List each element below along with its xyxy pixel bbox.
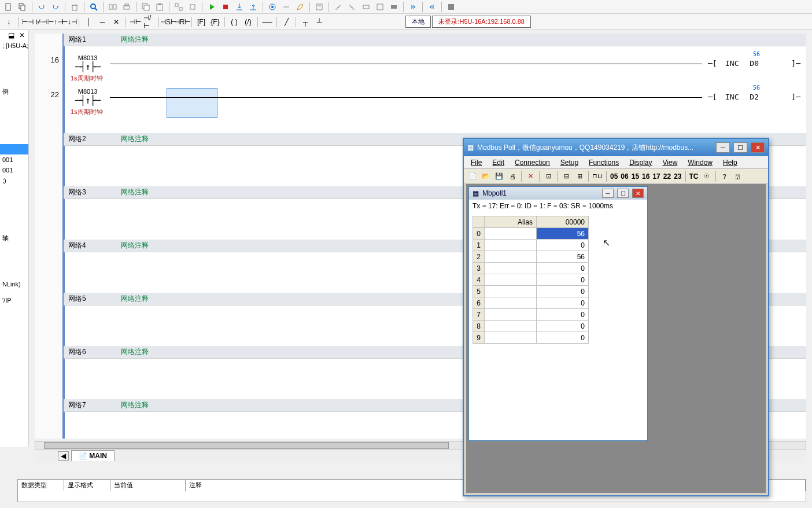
project-tree-item[interactable]: '/IP [0, 295, 28, 305]
search-icon[interactable] [87, 1, 100, 13]
paste-icon[interactable] [153, 1, 166, 13]
stop-icon[interactable] [219, 1, 232, 13]
grid-row[interactable]: 60 [473, 297, 589, 309]
tc-button[interactable]: TC [688, 172, 700, 181]
mbpoll-data-grid[interactable]: Alias 00000 0561025630405060708090 [473, 216, 589, 344]
fcode-button[interactable]: 17 [651, 172, 661, 181]
menu-connection[interactable]: Connection [510, 157, 555, 168]
func-icon[interactable]: [F] [195, 16, 208, 28]
tbranch-icon[interactable]: ┬ [299, 16, 312, 28]
minimize-button[interactable]: ─ [716, 142, 730, 153]
hline-icon[interactable]: ── [261, 16, 274, 28]
grid-cell-alias[interactable] [485, 263, 537, 274]
save-icon[interactable]: 💾 [493, 170, 505, 183]
selected-cell[interactable] [167, 88, 217, 118]
close-button[interactable]: ✕ [632, 189, 644, 198]
tool2-icon[interactable]: ⊞ [573, 170, 586, 183]
grid-row[interactable]: 056 [473, 228, 589, 240]
grid-cell-value[interactable]: 0 [537, 332, 589, 344]
contact[interactable]: M8013 ─┤↑├─ [75, 88, 100, 106]
close-icon[interactable]: ✕ [19, 31, 25, 39]
project-tree-item-selected[interactable] [0, 144, 28, 154]
whats-this-icon[interactable]: ⍰ [732, 170, 744, 183]
coil-r-icon[interactable]: ⊣R⊢ [176, 16, 189, 28]
coil-s-icon[interactable]: ⊣S⊢ [162, 16, 175, 28]
fcode-button[interactable]: 16 [641, 172, 651, 181]
ungroup-icon[interactable] [172, 1, 185, 13]
grid-cell-alias[interactable] [485, 332, 537, 344]
tool-icon[interactable] [280, 1, 293, 13]
monitor-icon[interactable]: ⊡ [542, 170, 555, 183]
project-tree-item[interactable]: 001 [0, 165, 28, 175]
delete-icon[interactable] [68, 1, 81, 13]
grid-row[interactable]: 50 [473, 286, 589, 297]
fcode-button[interactable]: 05 [609, 172, 619, 181]
grid-row[interactable]: 256 [473, 251, 589, 263]
menu-setup[interactable]: Setup [556, 157, 583, 168]
new-icon[interactable]: 📄 [466, 170, 479, 183]
print-icon[interactable]: 🖨 [506, 170, 519, 183]
close-button[interactable]: ✕ [751, 142, 765, 153]
func2-icon[interactable]: {F} [209, 16, 222, 28]
project-tree-item[interactable]: NLink) [0, 279, 28, 289]
grid-header-alias[interactable]: Alias [485, 216, 537, 228]
down-arrow-icon[interactable]: ↓ [2, 16, 15, 28]
grid-cell-value[interactable]: 56 [537, 228, 589, 240]
new-icon[interactable] [2, 1, 15, 13]
menu-help[interactable]: Help [718, 157, 742, 168]
fcode-button[interactable]: 06 [619, 172, 629, 181]
grid-cell-alias[interactable] [485, 309, 537, 321]
grid-cell-value[interactable]: 0 [537, 274, 589, 286]
grid-header-value[interactable]: 00000 [537, 216, 589, 228]
grid-row[interactable]: 70 [473, 309, 589, 321]
stairs-icon[interactable] [332, 1, 345, 13]
project-tree-item[interactable]: ; [H5U-A; [0, 41, 28, 51]
project-tree-item[interactable]: 轴 [0, 232, 28, 244]
download-icon[interactable] [233, 1, 246, 13]
menu-window[interactable]: Window [683, 157, 717, 168]
grid-cell-alias[interactable] [485, 274, 537, 286]
pulse-icon[interactable]: ⊓⊔ [591, 170, 604, 183]
project-tree-item[interactable]: ;) [0, 175, 28, 186]
grid-cell-alias[interactable] [485, 228, 537, 240]
redo-icon[interactable] [49, 1, 62, 13]
copy-icon[interactable] [16, 1, 29, 13]
undo-icon[interactable] [35, 1, 48, 13]
menu-file[interactable]: File [466, 157, 486, 168]
grid-cell-value[interactable]: 0 [537, 297, 589, 309]
contact-no-icon[interactable]: ⊢⊣ [21, 16, 34, 28]
fcode-button[interactable]: 15 [630, 172, 640, 181]
block3-icon[interactable] [387, 1, 400, 13]
tab-main[interactable]: 📄 MAIN [71, 450, 115, 461]
modbus-titlebar[interactable]: ▦ Modbus Poll，微信guanyumou，QQ149034219，店铺… [464, 139, 768, 156]
grid-cell-value[interactable]: 0 [537, 309, 589, 321]
grid-cell-alias[interactable] [485, 297, 537, 309]
grid-cell-value[interactable]: 0 [537, 286, 589, 297]
grid-cell-alias[interactable] [485, 251, 537, 263]
contact[interactable]: M8013 ─┤↑├─ [75, 54, 100, 72]
copy2-icon[interactable] [139, 1, 152, 13]
network-body[interactable]: 22 M8013 ─┤↑├─ 1s周期时钟 56 ─[ INC D2 ]─ [64, 87, 806, 133]
contact-nc-icon[interactable]: ⊬⊣ [35, 16, 48, 28]
connect-icon[interactable] [106, 1, 119, 13]
menu-edit[interactable]: Edit [488, 157, 509, 168]
out-icon[interactable] [426, 1, 438, 13]
in-icon[interactable] [407, 1, 419, 13]
grid-cell-value[interactable]: 0 [537, 240, 589, 251]
grid-cell-value[interactable]: 56 [537, 251, 589, 263]
tool1-icon[interactable]: ⊟ [560, 170, 573, 183]
network-header[interactable]: 网络1 网络注释 [64, 34, 806, 46]
grid-cell-value[interactable]: 0 [537, 321, 589, 332]
contact-n-icon[interactable]: ⊢↓⊣ [63, 16, 76, 28]
print-icon[interactable] [120, 1, 133, 13]
project-tree-item[interactable]: 001 [0, 154, 28, 165]
open-icon[interactable]: 📂 [479, 170, 492, 183]
block2-icon[interactable] [374, 1, 386, 13]
diag-icon[interactable]: ╱ [280, 16, 293, 28]
coil-icon[interactable]: ⊣⊢ [129, 16, 142, 28]
hscrollbar-thumb[interactable] [44, 442, 449, 449]
maximize-button[interactable]: ☐ [733, 142, 747, 153]
grid-cell-alias[interactable] [485, 321, 537, 332]
disconnect-icon[interactable]: ✕ [524, 170, 537, 183]
menu-view[interactable]: View [658, 157, 682, 168]
